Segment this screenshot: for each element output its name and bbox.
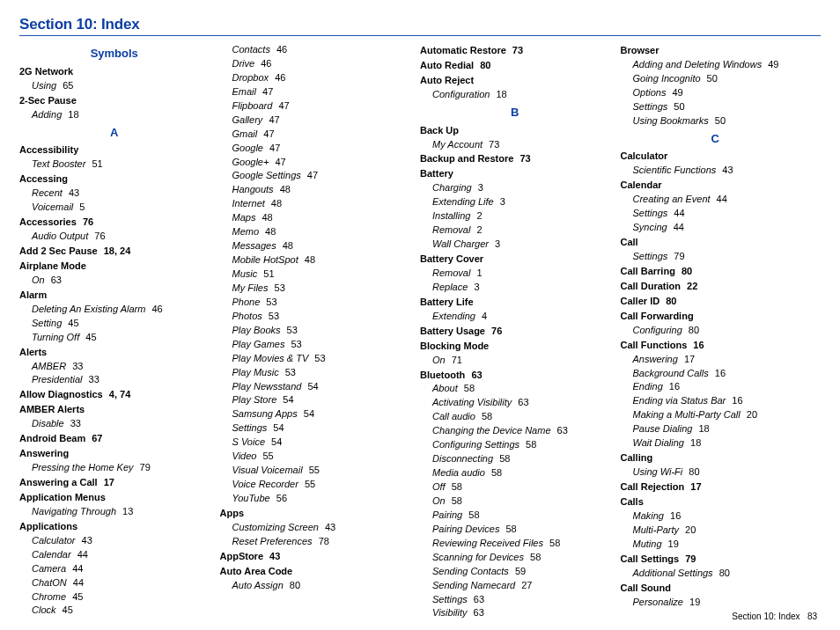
index-entry[interactable]: Calling [621, 451, 811, 465]
index-subentry[interactable]: Activating Visibility 63 [420, 396, 610, 410]
index-entry[interactable]: Android Beam 67 [19, 432, 210, 446]
index-entry[interactable]: AppStore 43 [220, 550, 410, 564]
index-subentry[interactable]: Maps 48 [220, 211, 410, 225]
index-subentry[interactable]: Play Books 53 [220, 324, 410, 338]
index-entry[interactable]: 2G Network [19, 65, 210, 79]
index-entry[interactable]: Call Forwarding [621, 310, 811, 324]
index-entry[interactable]: Call Duration 22 [621, 280, 811, 294]
index-subentry[interactable]: Reviewing Received Files 58 [420, 537, 610, 551]
index-entry[interactable]: Application Menus [19, 491, 210, 505]
index-subentry[interactable]: On 71 [420, 354, 610, 368]
index-entry[interactable]: Call Sound [621, 582, 811, 596]
index-subentry[interactable]: Configuration 18 [420, 88, 610, 102]
index-subentry[interactable]: Settings 44 [621, 207, 811, 221]
index-entry[interactable]: Add 2 Sec Pause 18, 24 [19, 245, 210, 259]
index-entry[interactable]: Battery Usage 76 [420, 325, 610, 339]
index-subentry[interactable]: Photos 53 [220, 310, 410, 324]
index-entry[interactable]: Calls [621, 495, 811, 509]
index-entry[interactable]: Bluetooth 63 [420, 369, 610, 383]
index-subentry[interactable]: Visibility 63 [420, 606, 610, 620]
index-subentry[interactable]: Chrome 45 [19, 590, 210, 604]
index-entry[interactable]: Answering a Call 17 [19, 476, 210, 490]
index-subentry[interactable]: Dropbox 46 [220, 71, 410, 85]
index-subentry[interactable]: Answering 17 [621, 353, 811, 367]
index-entry[interactable]: Battery Life [420, 296, 610, 310]
index-subentry[interactable]: Off 58 [420, 480, 610, 494]
index-subentry[interactable]: Making a Multi-Party Call 20 [621, 408, 811, 422]
index-subentry[interactable]: Syncing 44 [621, 221, 811, 235]
index-subentry[interactable]: Creating an Event 44 [621, 193, 811, 207]
index-subentry[interactable]: Background Calls 16 [621, 367, 811, 381]
index-subentry[interactable]: Email 47 [220, 85, 410, 99]
index-subentry[interactable]: On 63 [19, 274, 210, 288]
index-subentry[interactable]: Camera 44 [19, 562, 210, 576]
index-subentry[interactable]: Removal 1 [420, 267, 610, 281]
index-entry[interactable]: Call Functions 16 [621, 339, 811, 353]
index-subentry[interactable]: Changing the Device Name 63 [420, 424, 610, 438]
index-subentry[interactable]: Settings 54 [220, 421, 410, 436]
index-subentry[interactable]: Options 49 [621, 86, 811, 100]
index-subentry[interactable]: Configuring Settings 58 [420, 438, 610, 452]
index-subentry[interactable]: Extending 4 [420, 310, 610, 324]
index-subentry[interactable]: Flipboard 47 [220, 99, 410, 114]
index-subentry[interactable]: Removal 2 [420, 223, 610, 238]
index-subentry[interactable]: Customizing Screen 43 [220, 521, 410, 535]
index-subentry[interactable]: Sending Contacts 59 [420, 565, 610, 579]
index-entry[interactable]: Accessibility [19, 143, 210, 158]
index-entry[interactable]: Call Rejection 17 [621, 480, 811, 494]
index-subentry[interactable]: Ending via Status Bar 16 [621, 394, 811, 408]
index-subentry[interactable]: Reset Preferences 78 [220, 535, 410, 549]
index-subentry[interactable]: Charging 3 [420, 181, 610, 195]
index-subentry[interactable]: Mobile HotSpot 48 [220, 253, 410, 267]
index-subentry[interactable]: Adding 18 [19, 108, 210, 122]
index-subentry[interactable]: Turning Off 45 [19, 331, 210, 345]
index-subentry[interactable]: Gallery 47 [220, 114, 410, 128]
index-entry[interactable]: Airplane Mode [19, 260, 210, 274]
index-subentry[interactable]: Recent 43 [19, 187, 210, 201]
index-subentry[interactable]: Phone 53 [220, 296, 410, 310]
index-entry[interactable]: Call [621, 236, 811, 250]
index-subentry[interactable]: Making 16 [621, 509, 811, 524]
index-subentry[interactable]: Auto Assign 80 [220, 579, 410, 593]
index-entry[interactable]: Blocking Mode [420, 340, 610, 354]
index-entry[interactable]: Alarm [19, 289, 210, 303]
index-subentry[interactable]: Disable 33 [19, 417, 210, 431]
index-entry[interactable]: Accessing [19, 172, 210, 187]
index-entry[interactable]: Calendar [621, 179, 811, 193]
index-subentry[interactable]: Deleting An Existing Alarm 46 [19, 303, 210, 317]
index-entry[interactable]: Battery [420, 167, 610, 181]
index-subentry[interactable]: Wait Dialing 18 [621, 436, 811, 451]
index-subentry[interactable]: Settings 63 [420, 593, 610, 607]
index-subentry[interactable]: Voicemail 5 [19, 201, 210, 215]
index-subentry[interactable]: Text Booster 51 [19, 158, 210, 172]
index-subentry[interactable]: Pairing Devices 58 [420, 523, 610, 537]
index-subentry[interactable]: Calendar 44 [19, 548, 210, 562]
index-subentry[interactable]: Scanning for Devices 58 [420, 551, 610, 565]
index-subentry[interactable]: Play Movies & TV 53 [220, 352, 410, 366]
index-entry[interactable]: Apps [220, 507, 410, 521]
index-entry[interactable]: 2-Sec Pause [19, 94, 210, 108]
index-entry[interactable]: Auto Area Code [220, 565, 410, 579]
index-entry[interactable]: Auto Redial 80 [420, 59, 610, 73]
index-subentry[interactable]: Play Newsstand 54 [220, 380, 410, 394]
index-entry[interactable]: Accessories 76 [19, 216, 210, 230]
index-subentry[interactable]: Memo 48 [220, 225, 410, 239]
index-subentry[interactable]: Call audio 58 [420, 410, 610, 424]
index-subentry[interactable]: Installing 2 [420, 209, 610, 223]
index-subentry[interactable]: AMBER 33 [19, 360, 210, 374]
index-subentry[interactable]: Multi-Party 20 [621, 524, 811, 538]
index-subentry[interactable]: Audio Output 76 [19, 230, 210, 244]
index-entry[interactable]: Applications [19, 520, 210, 534]
index-subentry[interactable]: Gmail 47 [220, 128, 410, 142]
index-subentry[interactable]: Settings 79 [621, 250, 811, 264]
index-entry[interactable]: Automatic Restore 73 [420, 44, 610, 58]
index-subentry[interactable]: Presidential 33 [19, 373, 210, 387]
index-entry[interactable]: Back Up [420, 124, 610, 138]
index-subentry[interactable]: Using 65 [19, 79, 210, 93]
index-entry[interactable]: Caller ID 80 [621, 295, 811, 309]
index-subentry[interactable]: Configuring 80 [621, 324, 811, 338]
index-subentry[interactable]: On 58 [420, 494, 610, 509]
index-entry[interactable]: Battery Cover [420, 253, 610, 267]
index-subentry[interactable]: Video 55 [220, 450, 410, 464]
index-subentry[interactable]: Play Store 54 [220, 393, 410, 407]
